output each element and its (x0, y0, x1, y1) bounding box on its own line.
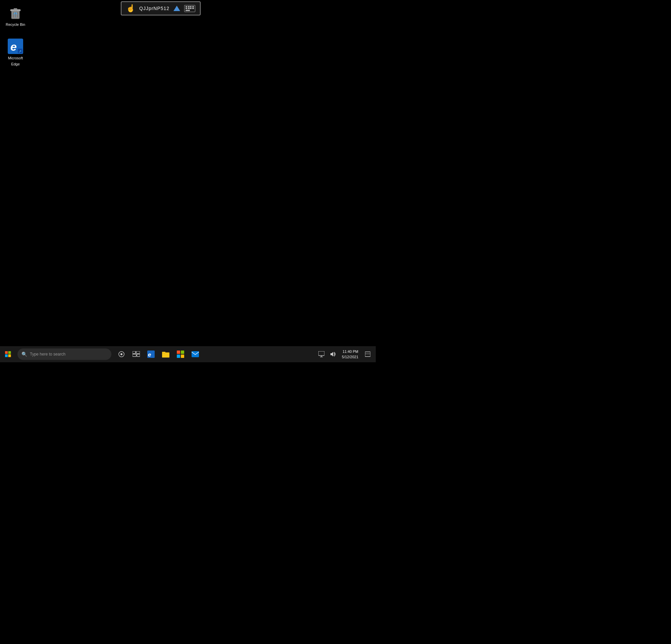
start-button[interactable] (0, 346, 16, 362)
notification-icon (365, 351, 370, 357)
svg-rect-10 (5, 351, 8, 354)
svg-text:e: e (148, 351, 151, 358)
edge-taskbar-button[interactable]: e (143, 346, 159, 362)
file-explorer-button[interactable] (159, 346, 173, 362)
mail-button[interactable] (188, 346, 203, 362)
system-tray: 11:40 PM 5/12/2021 (316, 346, 376, 362)
volume-button[interactable] (328, 346, 338, 362)
edge-label-line1: Microsoft (8, 56, 23, 60)
volume-icon (330, 351, 336, 357)
windows-logo-icon (5, 351, 11, 357)
microsoft-edge-icon[interactable]: e ↗ Microsoft Edge (2, 37, 29, 68)
touch-icon: ☝ (126, 4, 135, 13)
taskbar: 🔍 Type here to search e (0, 346, 376, 362)
multidesktop-button[interactable] (129, 346, 143, 362)
svg-rect-33 (365, 352, 370, 357)
file-explorer-icon (162, 351, 169, 358)
svg-rect-26 (177, 355, 180, 358)
svg-rect-12 (5, 355, 8, 357)
search-bar[interactable]: 🔍 Type here to search (17, 348, 111, 360)
svg-rect-27 (181, 355, 184, 358)
edge-label-line2: Edge (11, 62, 20, 66)
edge-taskbar-icon: e (147, 350, 155, 358)
task-view-icon (118, 351, 125, 358)
svg-rect-25 (181, 350, 184, 354)
keyboard-icon (184, 5, 195, 12)
mail-icon (192, 351, 199, 357)
svg-rect-29 (318, 351, 325, 356)
search-placeholder: Type here to search (30, 352, 65, 357)
clock-time: 11:40 PM (343, 349, 358, 355)
svg-rect-28 (192, 351, 199, 357)
display-settings-button[interactable] (316, 346, 327, 362)
svg-rect-11 (8, 351, 11, 354)
multidesktop-icon (132, 351, 140, 357)
taskbar-center: e (114, 346, 203, 362)
svg-rect-23 (162, 352, 165, 353)
taskbar-popup[interactable]: ☝ QJJprNP512 (121, 1, 201, 15)
arrow-up-icon (174, 6, 180, 11)
svg-marker-32 (330, 352, 333, 357)
store-button[interactable] (173, 346, 188, 362)
display-icon (318, 351, 325, 357)
desktop: ☝ QJJprNP512 (0, 0, 376, 346)
svg-text:↗: ↗ (18, 49, 22, 53)
clock-date: 5/12/2021 (342, 354, 358, 360)
svg-rect-16 (132, 351, 136, 353)
svg-rect-2 (14, 9, 17, 10)
svg-rect-13 (8, 355, 11, 357)
svg-text:e: e (10, 40, 17, 53)
recycle-bin-label: Recycle Bin (6, 22, 25, 27)
svg-point-15 (121, 353, 123, 355)
search-icon: 🔍 (22, 351, 27, 357)
clock[interactable]: 11:40 PM 5/12/2021 (339, 346, 361, 362)
popup-device-name: QJJprNP512 (139, 6, 169, 11)
svg-rect-18 (132, 354, 136, 357)
task-view-button[interactable] (114, 346, 129, 362)
svg-rect-17 (136, 351, 140, 353)
store-icon (177, 350, 184, 358)
recycle-bin-icon[interactable]: Recycle Bin (2, 3, 29, 28)
edge-image: e ↗ (8, 38, 24, 54)
svg-rect-19 (137, 354, 140, 357)
notification-button[interactable] (362, 346, 373, 362)
recycle-bin-image (8, 5, 24, 21)
svg-rect-24 (177, 350, 180, 354)
